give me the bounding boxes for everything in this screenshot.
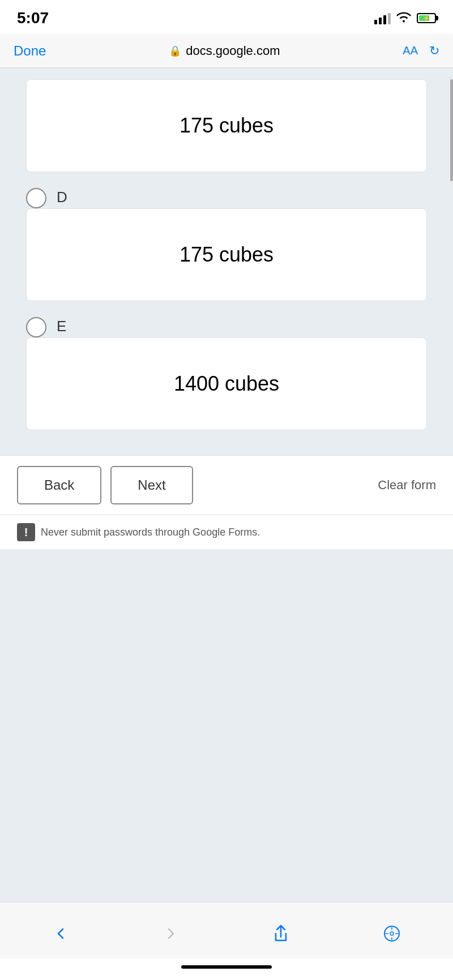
- action-bar: Back Next Clear form: [0, 455, 453, 515]
- done-button[interactable]: Done: [14, 43, 46, 59]
- status-bar: 5:07 ⚡: [0, 0, 453, 34]
- status-icons: ⚡: [374, 11, 436, 25]
- browser-actions: AA ↻: [403, 44, 439, 58]
- nav-back-button[interactable]: [53, 926, 69, 942]
- svg-point-1: [390, 932, 394, 935]
- clear-form-button[interactable]: Clear form: [378, 478, 436, 493]
- browser-chrome: Done 🔒 docs.google.com AA ↻: [0, 34, 453, 68]
- next-button[interactable]: Next: [110, 466, 193, 504]
- option-d-text: 175 cubes: [180, 243, 273, 266]
- content-area: 175 cubes D 175 cubes E 1400 cubes: [0, 68, 453, 902]
- option-row-partial: 175 cubes: [26, 79, 427, 172]
- nav-forward-button[interactable]: [163, 926, 179, 942]
- option-card-d: 175 cubes: [26, 208, 427, 301]
- form-content: 175 cubes D 175 cubes E 1400 cubes: [0, 68, 453, 455]
- refresh-button[interactable]: ↻: [429, 44, 439, 58]
- home-indicator: [0, 958, 453, 980]
- option-e-letter: E: [57, 318, 66, 335]
- radio-d[interactable]: [26, 188, 46, 208]
- url-text: docs.google.com: [186, 44, 280, 58]
- scrollbar[interactable]: [450, 79, 453, 181]
- status-time: 5:07: [17, 9, 49, 27]
- bottom-nav: [0, 902, 453, 958]
- option-c-text: 175 cubes: [180, 114, 273, 137]
- option-card-e: 1400 cubes: [26, 337, 427, 430]
- text-size-button[interactable]: AA: [403, 44, 418, 57]
- signal-icon: [374, 12, 391, 24]
- nav-share-button[interactable]: [273, 925, 289, 943]
- option-card-c: 175 cubes: [26, 79, 427, 172]
- option-e-text: 1400 cubes: [174, 372, 279, 395]
- warning-bar: ! Never submit passwords through Google …: [0, 515, 453, 549]
- option-d-letter: D: [57, 189, 67, 206]
- warning-icon: !: [17, 523, 35, 541]
- option-e-label-row: E: [26, 315, 427, 337]
- radio-e[interactable]: [26, 317, 46, 337]
- home-bar: [181, 965, 272, 969]
- url-bar: 🔒 docs.google.com: [46, 44, 403, 58]
- wifi-icon: [396, 11, 411, 25]
- lock-icon: 🔒: [169, 45, 181, 57]
- back-button[interactable]: Back: [17, 466, 101, 504]
- option-row-d: D 175 cubes: [26, 186, 427, 301]
- warning-text: Never submit passwords through Google Fo…: [41, 527, 260, 538]
- battery-icon: ⚡: [417, 13, 436, 23]
- nav-compass-button[interactable]: [383, 925, 400, 942]
- option-row-e: E 1400 cubes: [26, 315, 427, 430]
- option-d-label-row: D: [26, 186, 427, 208]
